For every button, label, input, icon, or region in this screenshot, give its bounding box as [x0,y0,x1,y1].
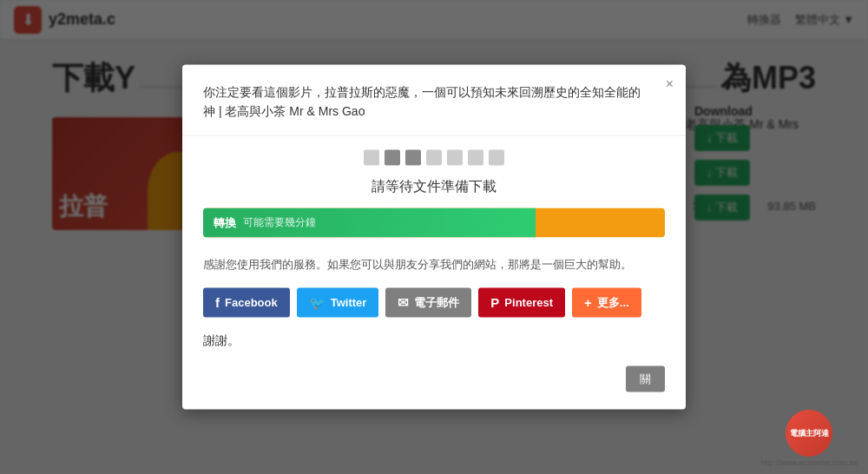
step-7 [489,149,504,165]
progress-fill: 轉換 可能需要幾分鐘 [203,207,536,237]
facebook-label: Facebook [225,296,278,309]
social-buttons-row: f Facebook 🐦 Twitter ✉ 電子郵件 P Pinterest … [203,287,665,317]
email-share-button[interactable]: ✉ 電子郵件 [385,287,471,317]
step-3 [405,149,421,165]
progress-label: 轉換 [214,214,236,230]
pinterest-icon: P [490,295,499,310]
modal-title: 你注定要看這個影片，拉普拉斯的惡魔，一個可以預知未來回溯歷史的全知全能的神 | … [203,82,665,122]
pinterest-label: Pinterest [504,296,553,309]
step-1 [364,149,379,165]
watermark-badge: 電腦主阿達 [786,410,832,457]
watermark-url: http://www.ecmaster.com.tw [760,458,858,467]
more-share-button[interactable]: + 更多... [572,287,641,317]
modal-close-button[interactable]: × [666,77,674,91]
pinterest-share-button[interactable]: P Pinterest [478,287,565,317]
email-label: 電子郵件 [414,294,459,310]
twitter-label: Twitter [331,296,367,309]
progress-sublabel: 可能需要幾分鐘 [243,215,316,230]
email-icon: ✉ [398,294,409,310]
share-text: 感謝您使用我們的服務。如果您可以與朋友分享我們的網站，那將是一個巨大的幫助。 [203,254,665,273]
modal-footer: 關 [203,365,665,392]
step-5 [447,149,463,165]
progress-bar: 轉換 可能需要幾分鐘 [203,207,665,237]
steps-container [203,149,665,165]
more-icon: + [584,295,592,310]
facebook-share-button[interactable]: f Facebook [203,287,290,317]
facebook-icon: f [215,295,220,310]
status-text: 請等待文件準備下載 [203,177,665,195]
modal-dialog: × 你注定要看這個影片，拉普拉斯的惡魔，一個可以預知未來回溯歷史的全知全能的神 … [182,65,686,410]
more-label: 更多... [597,294,629,310]
step-4 [426,149,442,165]
thankyou-text: 謝謝。 [203,332,665,348]
watermark: 電腦主阿達 http://www.ecmaster.com.tw [760,410,858,467]
modal-divider [182,135,686,135]
modal-close-bottom-button[interactable]: 關 [626,365,665,392]
step-6 [468,149,483,165]
twitter-icon: 🐦 [309,294,326,310]
step-2 [385,149,400,165]
twitter-share-button[interactable]: 🐦 Twitter [297,287,379,317]
